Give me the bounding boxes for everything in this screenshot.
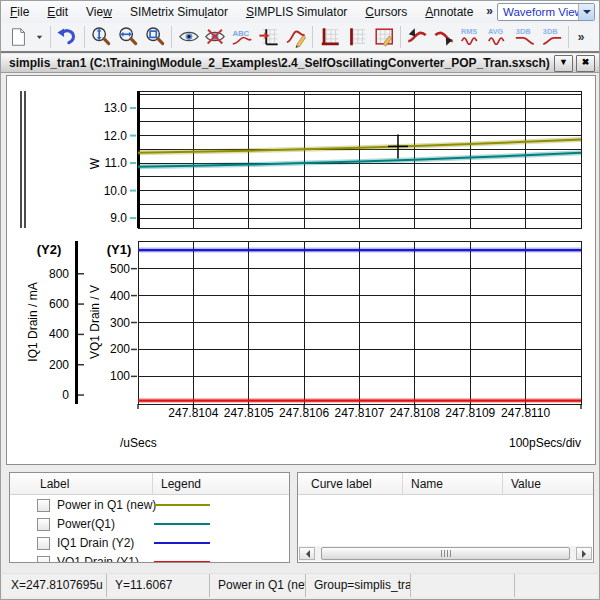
more-buttons-icon: » <box>574 26 596 48</box>
move-curve-axis-icon <box>258 26 280 48</box>
show-curve-button[interactable] <box>175 23 202 51</box>
grid-options-button[interactable] <box>370 23 397 51</box>
status-empty-1 <box>411 574 515 597</box>
rms-measure-button[interactable]: RMS <box>458 23 485 51</box>
menu-item-file[interactable]: File <box>1 2 38 22</box>
legend-row: VQ1 Drain (Y1) <box>10 553 289 563</box>
values-header-name: Name <box>403 473 503 494</box>
legend-row: Power in Q1 (new) <box>10 496 289 514</box>
curve-label-button[interactable]: ABC <box>229 23 256 51</box>
avg-measure-icon: AVG <box>487 26 509 48</box>
svg-text:3DB: 3DB <box>516 27 531 36</box>
svg-text:(Y2): (Y2) <box>37 242 62 257</box>
menu-overflow-chevron[interactable]: » <box>486 4 493 18</box>
shade-button[interactable]: ▼ <box>554 55 573 72</box>
legend-rows: Power in Q1 (new)Power(Q1)IQ1 Drain (Y2)… <box>10 496 289 563</box>
grid-options-icon <box>373 26 395 48</box>
zoom-y-fit-button[interactable] <box>88 23 115 51</box>
new-graph-dropdown-icon <box>33 26 46 48</box>
menu-item-view[interactable]: View <box>77 2 121 22</box>
svg-text:11.0: 11.0 <box>105 156 128 170</box>
avg-measure-button[interactable]: AVG <box>485 23 512 51</box>
toolbar-separator <box>50 26 51 48</box>
waveform-viewer-select[interactable]: Waveform Viewer <box>497 3 595 21</box>
scrollbar-thumb[interactable] <box>321 547 570 560</box>
db3-highpass-button[interactable]: 3DB <box>538 23 565 51</box>
y-axis-title: W <box>88 157 102 169</box>
chevron-down-icon[interactable] <box>578 4 594 20</box>
hide-curve-icon <box>204 26 226 48</box>
add-y-axis-button[interactable] <box>343 23 370 51</box>
waveform-plot[interactable]: 9.010.011.012.013.0W02004006008001002003… <box>7 76 595 464</box>
svg-text:ABC: ABC <box>233 29 250 38</box>
status-curve-name: Power in Q1 (new) <box>210 574 306 597</box>
menu-item-edit[interactable]: Edit <box>38 2 77 22</box>
legend-checkbox[interactable] <box>37 518 50 531</box>
svg-text:400: 400 <box>49 327 69 341</box>
more-buttons-button[interactable]: » <box>572 23 599 51</box>
y1-axis-title: VQ1 Drain / V <box>88 285 102 359</box>
move-curve-axis-button[interactable] <box>256 23 283 51</box>
legend-panel: Label Legend Power in Q1 (new)Power(Q1)I… <box>9 472 290 563</box>
legend-checkbox[interactable] <box>37 556 50 564</box>
svg-text:400: 400 <box>110 289 130 303</box>
svg-text:RMS: RMS <box>461 27 477 36</box>
next-curve-button[interactable] <box>431 23 458 51</box>
menu-item-annotate[interactable]: Annotate <box>416 2 482 22</box>
legend-color-sample <box>154 523 210 525</box>
add-axes-button[interactable] <box>316 23 343 51</box>
toolbar-separator <box>171 26 172 48</box>
curve-edit-button[interactable] <box>283 23 310 51</box>
menu-item-cursors[interactable]: Cursors <box>356 2 416 22</box>
menu-item-simplis-simulator[interactable]: SIMPLIS Simulator <box>237 2 356 22</box>
svg-text:247.8107: 247.8107 <box>334 406 384 420</box>
prev-curve-button[interactable] <box>404 23 431 51</box>
svg-text:3DB: 3DB <box>542 27 557 36</box>
curve-edit-icon <box>285 26 307 48</box>
scroll-right-button[interactable] <box>576 547 592 560</box>
rms-measure-icon: RMS <box>460 26 482 48</box>
hide-curve-button[interactable] <box>202 23 229 51</box>
db3-lowpass-button[interactable]: 3DB <box>511 23 538 51</box>
legend-row-label: Power in Q1 (new) <box>57 498 156 512</box>
status-empty-2 <box>515 574 597 597</box>
legend-checkbox[interactable] <box>37 537 50 550</box>
zoom-area-icon <box>144 26 166 48</box>
legend-checkbox[interactable] <box>37 499 50 512</box>
prev-curve-icon <box>406 26 428 48</box>
close-button[interactable]: ✖ <box>576 55 595 72</box>
application-window: FileEditViewSIMetrix SimulatorSIMPLIS Si… <box>0 0 600 600</box>
zoom-y-fit-icon <box>90 26 112 48</box>
toolbar-separator <box>312 26 313 48</box>
toolbar: ABCRMSAVG3DB3DB» <box>1 23 599 51</box>
legend-row-label: Power(Q1) <box>57 517 115 531</box>
new-graph-dropdown-button[interactable] <box>32 23 47 51</box>
x-axis-scale: 100pSecs/div <box>509 436 581 450</box>
new-graph-button[interactable] <box>5 23 32 51</box>
y-axis-line <box>137 91 140 228</box>
svg-text:200: 200 <box>110 342 130 356</box>
svg-text:AVG: AVG <box>488 27 504 36</box>
add-y-axis-icon <box>346 26 368 48</box>
svg-text:600: 600 <box>49 297 69 311</box>
menu-bar: FileEditViewSIMetrix SimulatorSIMPLIS Si… <box>1 1 599 24</box>
y2-axis-line <box>75 241 78 404</box>
svg-text:247.8108: 247.8108 <box>390 406 440 420</box>
zoom-x-fit-button[interactable] <box>114 23 141 51</box>
arrow-left-icon <box>302 550 310 558</box>
horizontal-scrollbar <box>299 546 592 561</box>
menu-item-simetrix-simulator[interactable]: SIMetrix Simulator <box>121 2 237 22</box>
svg-text:300: 300 <box>110 316 130 330</box>
zoom-area-button[interactable] <box>141 23 168 51</box>
scroll-left-button[interactable] <box>299 547 315 560</box>
window-title: simplis_tran1 (C:\Training\Module_2_Exam… <box>1 56 554 70</box>
svg-text:13.0: 13.0 <box>104 101 128 115</box>
undo-button[interactable] <box>54 23 81 51</box>
legend-header-label: Label <box>10 473 153 494</box>
curve-label-icon: ABC <box>231 26 253 48</box>
status-cursor-y: Y=11.6067 <box>107 574 210 597</box>
svg-text:0: 0 <box>62 388 69 402</box>
values-header-curve-label: Curve label <box>298 473 403 494</box>
svg-text:200: 200 <box>49 358 69 372</box>
values-header-value: Value <box>503 473 593 494</box>
